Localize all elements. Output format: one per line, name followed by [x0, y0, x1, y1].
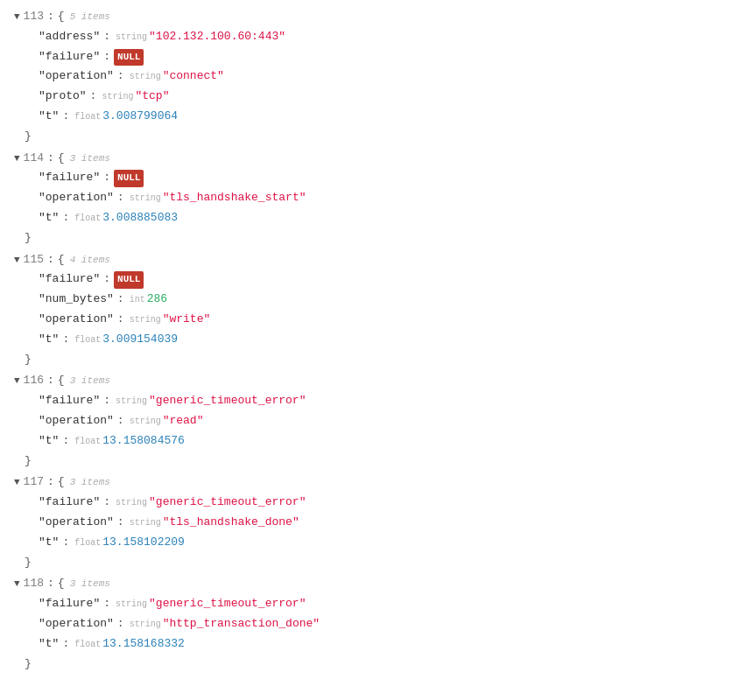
- type-label: string: [130, 313, 161, 327]
- field-row: "failure" : string"generic_timeout_error…: [14, 391, 718, 411]
- json-entry: ▼ 114 : { 3 items "failure" : NULL "oper…: [14, 149, 718, 248]
- field-key: "failure": [39, 494, 100, 512]
- entry-index: 118: [24, 575, 44, 593]
- null-value: NULL: [114, 170, 144, 187]
- string-value: "tcp": [135, 88, 169, 106]
- toggle-arrow[interactable]: ▼: [14, 253, 20, 269]
- field-key: "failure": [39, 392, 100, 410]
- type-label: string: [102, 90, 133, 104]
- item-count: 4 items: [70, 253, 110, 269]
- type-label: string: [116, 31, 147, 45]
- field-row: "t" : float13.158168332: [14, 634, 718, 654]
- field-key: "operation": [39, 311, 114, 329]
- float-value: 13.158084576: [102, 432, 185, 451]
- field-key: "failure": [39, 595, 100, 613]
- string-value: "connect": [163, 67, 224, 86]
- field-row: "operation" : string"read": [14, 411, 718, 431]
- string-value: "generic_timeout_error": [149, 494, 306, 512]
- field-row: "operation" : string"tls_handshake_done": [14, 513, 718, 533]
- field-key: "operation": [39, 615, 114, 634]
- field-row: "failure" : NULL: [14, 168, 718, 188]
- toggle-arrow[interactable]: ▼: [14, 577, 20, 592]
- field-row: "t" : float3.008885083: [14, 208, 718, 228]
- type-label: string: [116, 598, 147, 612]
- entry-index: 115: [24, 251, 44, 270]
- toggle-arrow[interactable]: ▼: [14, 475, 20, 491]
- string-value: "generic_timeout_error": [149, 392, 306, 410]
- string-value: "tls_handshake_start": [163, 189, 306, 207]
- json-entry: ▼ 118 : { 3 items "failure" : string"gen…: [14, 574, 718, 674]
- field-key: "proto": [39, 88, 87, 106]
- field-key: "t": [39, 108, 59, 126]
- closing-brace: }: [14, 553, 718, 573]
- closing-brace: }: [14, 350, 718, 370]
- field-key: "t": [39, 432, 59, 451]
- field-key: "t": [39, 635, 59, 654]
- closing-brace: }: [14, 228, 718, 248]
- float-value: 3.009154039: [102, 331, 178, 349]
- field-row: "t" : float13.158102209: [14, 533, 718, 553]
- type-label: float: [74, 212, 101, 226]
- field-key: "operation": [39, 412, 114, 430]
- closing-brace: }: [14, 452, 718, 472]
- field-key: "operation": [39, 67, 114, 86]
- field-key: "t": [39, 331, 59, 349]
- json-entry: ▼ 117 : { 3 items "failure" : string"gen…: [14, 472, 718, 572]
- entry-index: 113: [24, 8, 44, 26]
- float-value: 3.008885083: [102, 209, 178, 228]
- string-value: "write": [163, 311, 211, 329]
- field-key: "address": [39, 28, 100, 46]
- field-row: "failure" : string"generic_timeout_error…: [14, 594, 718, 614]
- string-value: "http_transaction_done": [163, 615, 320, 634]
- field-key: "operation": [39, 514, 114, 532]
- field-row: "t" : float3.009154039: [14, 330, 718, 350]
- field-row: "failure" : string"generic_timeout_error…: [14, 493, 718, 513]
- type-label: int: [130, 293, 145, 307]
- type-label: string: [116, 395, 147, 409]
- field-key: "num_bytes": [39, 290, 114, 309]
- entry-header: ▼ 113 : { 5 items: [14, 7, 718, 27]
- type-label: string: [130, 618, 161, 632]
- item-count: 3 items: [70, 577, 110, 592]
- field-key: "failure": [39, 48, 100, 66]
- field-key: "t": [39, 209, 59, 228]
- string-value: "read": [163, 412, 204, 430]
- entry-header: ▼ 118 : { 3 items: [14, 574, 718, 594]
- field-row: "t" : float13.158084576: [14, 431, 718, 452]
- field-row: "num_bytes" : int286: [14, 290, 718, 310]
- type-label: float: [74, 333, 101, 347]
- type-label: float: [74, 536, 101, 550]
- item-count: 3 items: [70, 374, 110, 389]
- type-label: float: [74, 435, 101, 449]
- type-label: string: [130, 516, 161, 530]
- field-row: "operation" : string"write": [14, 310, 718, 330]
- item-count: 5 items: [70, 10, 110, 25]
- field-row: "proto" : string"tcp": [14, 87, 718, 107]
- field-row: "failure" : NULL: [14, 47, 718, 67]
- null-value: NULL: [114, 271, 144, 289]
- closing-brace: }: [14, 654, 718, 675]
- field-key: "failure": [39, 169, 100, 187]
- json-entry: ▼ 113 : { 5 items "address" : string"102…: [14, 7, 718, 147]
- toggle-arrow[interactable]: ▼: [14, 151, 20, 167]
- field-row: "failure" : NULL: [14, 270, 718, 290]
- field-row: "address" : string"102.132.100.60:443": [14, 27, 718, 47]
- string-value: "generic_timeout_error": [149, 595, 306, 613]
- field-key: "operation": [39, 189, 114, 207]
- toggle-arrow[interactable]: ▼: [14, 374, 20, 389]
- field-row: "operation" : string"connect": [14, 66, 718, 87]
- toggle-arrow[interactable]: ▼: [14, 10, 20, 25]
- entry-header: ▼ 117 : { 3 items: [14, 472, 718, 493]
- json-entry: ▼ 116 : { 3 items "failure" : string"gen…: [14, 371, 718, 471]
- int-value: 286: [147, 290, 167, 309]
- float-value: 13.158168332: [102, 635, 185, 654]
- entry-index: 114: [24, 150, 44, 168]
- float-value: 3.008799064: [102, 108, 178, 126]
- string-value: "102.132.100.60:443": [149, 28, 285, 46]
- json-entry: ▼ 115 : { 4 items "failure" : NULL "num_…: [14, 250, 718, 370]
- field-row: "operation" : string"tls_handshake_start…: [14, 188, 718, 208]
- null-value: NULL: [114, 49, 144, 66]
- field-row: "t" : float3.008799064: [14, 107, 718, 127]
- item-count: 3 items: [70, 151, 110, 167]
- entry-header: ▼ 114 : { 3 items: [14, 149, 718, 169]
